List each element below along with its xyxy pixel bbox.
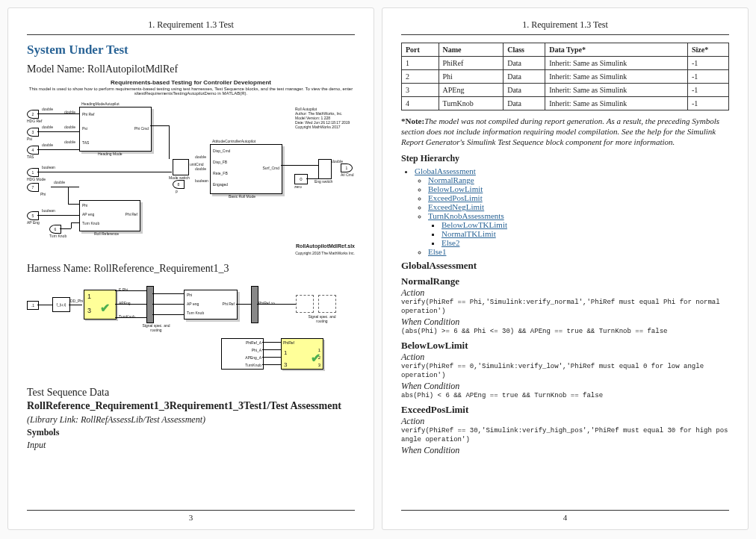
block-attitude-surfcmd: Surf_Cmd bbox=[262, 166, 279, 170]
harness-phiref-arrow: PhiRef >> bbox=[258, 301, 275, 305]
link-below-low-tk[interactable]: BelowLowTKLimit bbox=[441, 220, 507, 229]
sig-yellow-1: 1 bbox=[284, 349, 287, 356]
wire bbox=[115, 317, 146, 318]
port-hdg-ref-label: HDG Ref bbox=[27, 119, 42, 123]
link-normal-range[interactable]: NormalRange bbox=[428, 175, 474, 184]
table-row: 2 Phi Data Inherit: Same as Simulink -1 bbox=[402, 70, 729, 84]
table-row: 1 PhiRef Data Inherit: Same as Simulink … bbox=[402, 57, 729, 70]
wire bbox=[262, 364, 281, 365]
link-else1[interactable]: Else1 bbox=[428, 247, 446, 256]
link-exceed-pos-limit[interactable]: ExceedPosLimit bbox=[428, 193, 483, 202]
cell-dtype: Inherit: Same as Simulink bbox=[545, 57, 688, 70]
block-heading-autopilot: HeadingModeAutopilot Phi Ref Psi TAS Phi… bbox=[79, 107, 152, 152]
wire bbox=[69, 305, 82, 305]
page-left: 1. Requirement 1.3 Test System Under Tes… bbox=[7, 7, 374, 530]
cell-name: PhiRef bbox=[439, 57, 504, 70]
sig-l1: Phi_A bbox=[252, 348, 261, 352]
cell-name: TurnKnob bbox=[439, 97, 504, 110]
link-normal-tk[interactable]: NormalTKLimit bbox=[441, 229, 496, 238]
ail-cmd-label: Ail Cmd bbox=[341, 172, 354, 177]
harness-sigspec2: Signal spec. and routing bbox=[303, 314, 341, 323]
step-name-global: GlobalAssessment bbox=[401, 260, 729, 272]
heading-mode-label: Heading Mode bbox=[98, 152, 123, 156]
diagram-caption-sub: Copyright 2018 The MathWorks Inc. bbox=[27, 251, 355, 255]
type-double-c1: double bbox=[195, 155, 206, 159]
type-double-b2: double bbox=[64, 125, 75, 129]
block-attitude-engaged: Engaged bbox=[213, 182, 228, 187]
sig-l0: PhiRef_A bbox=[246, 340, 261, 345]
cell-class: Data bbox=[504, 70, 545, 84]
sig-left-block: PhiRef_A Phi_A APEng_A TurnKnob bbox=[221, 338, 264, 370]
sig-l2: APEng_A bbox=[245, 355, 261, 360]
port-ap-eng-label: AP Eng bbox=[27, 220, 40, 225]
harness-label: Harness Name: bbox=[27, 263, 91, 274]
step-action-label-bll: Action bbox=[401, 352, 729, 363]
harness-ddphi: DD_Phi bbox=[70, 299, 83, 303]
step-action-code-bll: verify(PhiRef == 0,'Simulink:verify_low'… bbox=[401, 363, 729, 380]
page-footer-left: 3 bbox=[27, 510, 355, 522]
port-phi: 7 bbox=[27, 183, 39, 192]
page-header-2: 1. Requirement 1.3 Test bbox=[401, 19, 729, 35]
block-heading-psi: Psi bbox=[82, 126, 87, 131]
link-exceed-neg-limit[interactable]: ExceedNegLimit bbox=[428, 202, 484, 211]
link-turnknob-assess[interactable]: TurnKnobAssessments bbox=[428, 211, 504, 220]
wire bbox=[37, 113, 79, 114]
step-action-code-nr: verify(PhiRef == Phi,'Simulink:verify_no… bbox=[401, 299, 729, 316]
step-when-label-epl: When Condition bbox=[401, 445, 729, 456]
wire bbox=[37, 305, 52, 305]
cell-port: 3 bbox=[402, 84, 439, 97]
wire bbox=[262, 349, 281, 350]
cell-port: 4 bbox=[402, 97, 439, 110]
diagram-info-box: Roll Autopilot Author: The MathWorks, In… bbox=[295, 107, 351, 129]
step-hier-title: Step Hierarchy bbox=[401, 153, 729, 164]
th-dtype: Data Type* bbox=[545, 43, 688, 57]
hmb-turnknob: Turn Knob bbox=[187, 311, 204, 315]
wire bbox=[236, 304, 251, 305]
step-name-epl: ExceedPosLimit bbox=[401, 404, 729, 416]
wire bbox=[71, 222, 72, 228]
test-seq-title: Test Sequence Data bbox=[27, 387, 355, 399]
diagram-title: Requirements-based Testing for Controlle… bbox=[27, 79, 355, 86]
harness-turnknob: TurnKnob bbox=[119, 314, 135, 319]
cell-size: -1 bbox=[687, 70, 728, 84]
cell-dtype: Inherit: Same as Simulink bbox=[545, 84, 688, 97]
hmb-phi: Phi bbox=[187, 293, 192, 297]
block-attitude-dispfb: Disp_FB bbox=[213, 160, 227, 164]
step-when-code-bll: abs(Phi) < 6 && APEng == true && TurnKno… bbox=[401, 392, 729, 401]
harness-diagram: .1 f_(u,t) DD_Phi 1 3 ✔ E Phi APEng Turn… bbox=[27, 278, 355, 334]
wire bbox=[262, 342, 281, 343]
th-class: Class bbox=[504, 43, 545, 57]
step-hierarchy-list: GlobalAssessment NormalRange BelowLowLim… bbox=[401, 166, 729, 256]
port-psi-label: Psi bbox=[27, 137, 32, 141]
type-double-out: double bbox=[332, 159, 343, 163]
type-double-4: double bbox=[54, 180, 65, 184]
port-ap-eng: 5 bbox=[27, 211, 39, 220]
type-boolean-c3: boolean bbox=[195, 178, 208, 183]
type-double-c2: double bbox=[195, 166, 206, 171]
hmb-phiref: Phi Ref bbox=[223, 302, 235, 306]
wire bbox=[68, 187, 69, 204]
link-below-low-limit[interactable]: BelowLowLimit bbox=[428, 184, 483, 193]
model-name-line: Model Name: RollAutopilotMdlRef bbox=[27, 63, 355, 75]
section-title: System Under Test bbox=[27, 43, 355, 57]
block-heading-tas: TAS bbox=[82, 140, 89, 145]
link-global-assessment[interactable]: GlobalAssessment bbox=[415, 166, 476, 175]
wire bbox=[152, 304, 184, 305]
wire bbox=[152, 314, 184, 315]
wire bbox=[115, 290, 146, 291]
note-text: The model was not compiled during report… bbox=[401, 116, 719, 146]
table-row: 3 APEng Data Inherit: Same as Simulink -… bbox=[402, 84, 729, 97]
rr-apeng: AP eng bbox=[82, 212, 94, 216]
wire bbox=[37, 131, 79, 132]
port-tas-label: TAS bbox=[27, 155, 34, 159]
eng-switch-label: Eng switch bbox=[315, 179, 332, 184]
th-name: Name bbox=[439, 43, 504, 57]
port-phi-label: Phi bbox=[40, 192, 46, 196]
link-else2[interactable]: Else2 bbox=[441, 238, 459, 247]
wire bbox=[51, 187, 79, 187]
port-p-label: p bbox=[176, 189, 178, 193]
th-port: Port bbox=[402, 43, 439, 57]
info-copyright: Copyright MathWorks 2017 bbox=[295, 125, 351, 129]
rr-phiref: Phi Ref bbox=[126, 212, 137, 216]
step-action-code-epl: verify(PhiRef == 30,'Simulink:verify_hig… bbox=[401, 427, 729, 444]
